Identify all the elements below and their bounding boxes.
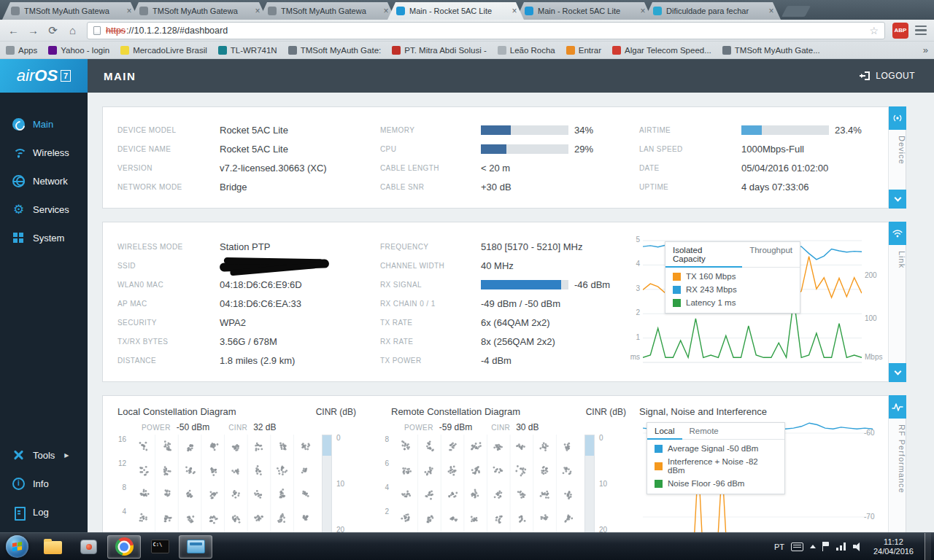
bookmark-item[interactable]: Apps	[6, 46, 37, 55]
field-value: 5180 [5170 - 5210] MHz	[481, 241, 582, 252]
browser-tab[interactable]: TMSoft MyAuth Gatewa ×	[259, 2, 395, 20]
taskbar-app-button[interactable]	[72, 535, 105, 559]
keyboard-icon[interactable]	[791, 542, 803, 551]
progress-fill	[481, 144, 506, 154]
field-label: RX SIGNAL	[380, 281, 481, 289]
remote-constellation-title: Remote Constellation Diagram	[391, 406, 520, 417]
legend-tab[interactable]: Remote	[682, 423, 726, 440]
taskbar-clock[interactable]: 11:12 24/04/2016	[873, 537, 914, 556]
throughput-axis: 200100	[865, 271, 877, 358]
legend-tab[interactable]: Throughput	[742, 242, 800, 268]
start-button[interactable]	[6, 535, 28, 558]
browser-tab[interactable]: TMSoft MyAuth Gatewa ×	[131, 2, 267, 20]
field-label: TX RATE	[380, 319, 481, 327]
field-label: WLAN0 MAC	[117, 281, 220, 289]
browser-menu-button[interactable]	[911, 23, 930, 39]
tab-favicon	[396, 7, 405, 15]
chrome-icon	[115, 537, 134, 556]
field-row: DEVICE NAME Rocket 5AC Lite	[117, 139, 327, 158]
field-row: FREQUENCY 5180 [5170 - 5210] MHz	[380, 237, 610, 256]
taskbar-app-button[interactable]	[36, 535, 69, 559]
device-panel-tab[interactable]	[889, 106, 906, 130]
bookmark-item[interactable]: TMSoft MyAuth Gate:	[288, 46, 382, 55]
rf-panel-tab[interactable]	[889, 395, 906, 419]
show-desktop-button[interactable]	[925, 533, 931, 560]
language-indicator[interactable]: PT	[774, 542, 784, 551]
sidebar-item[interactable]: Services	[0, 195, 88, 224]
bookmark-item[interactable]: PT. Mitra Abdi Solusi -	[392, 46, 486, 55]
field-label: RX RATE	[380, 338, 481, 346]
url-bar[interactable]: https ://10.1.2.128/#dashboard ☆	[87, 22, 885, 39]
reload-button[interactable]: ⟳	[43, 22, 63, 39]
sidebar-item[interactable]: Info	[0, 470, 88, 498]
field-row: WLAN0 MAC 04:18:D6:C6:E9:6D	[117, 275, 335, 294]
app-header: MAIN LOGOUT	[88, 59, 934, 93]
legend-tab[interactable]: Isolated Capacity	[665, 242, 742, 268]
chevron-down-icon	[894, 195, 901, 202]
sidebar-item[interactable]: Wireless	[0, 139, 88, 167]
link-panel-label: Link	[889, 251, 906, 375]
field-row: CABLE SNR +30 dB	[380, 177, 593, 196]
signal-chart-title: Signal, Noise and Interference	[639, 406, 767, 417]
browser-tab[interactable]: Main - Rocket 5AC Lite ×	[387, 2, 524, 20]
bookmarks-overflow-chevron[interactable]: »	[923, 44, 928, 55]
taskbar-app-button[interactable]	[143, 535, 177, 559]
logout-button[interactable]: LOGOUT	[860, 71, 915, 81]
action-center-flag-icon[interactable]	[822, 542, 830, 551]
field-row: RX SIGNAL -46 dBm	[380, 275, 610, 294]
bookmark-star-icon[interactable]: ☆	[869, 25, 879, 36]
taskbar-app-button[interactable]	[107, 535, 141, 559]
browser-tab[interactable]: Dificuldade para fechar ×	[644, 2, 781, 20]
sidebar-item[interactable]: Log	[0, 498, 88, 526]
bookmark-label: Yahoo - login	[61, 46, 109, 55]
bookmark-label: TL-WR741N	[231, 46, 277, 55]
bookmark-item[interactable]: MercadoLivre Brasil	[120, 46, 207, 55]
field-value: Bridge	[220, 182, 247, 192]
legend-label: RX 243 Mbps	[686, 285, 737, 294]
tab-close-icon[interactable]: ×	[252, 6, 263, 16]
home-button[interactable]: ⌂	[63, 22, 82, 39]
bookmark-item[interactable]: Yahoo - login	[48, 46, 109, 55]
field-row: TX POWER -4 dBm	[380, 351, 610, 370]
bookmark-favicon	[498, 46, 506, 55]
adblock-extension-badge[interactable]: ABP	[892, 23, 908, 39]
back-button[interactable]: ←	[4, 22, 23, 39]
sidebar-item[interactable]: System	[0, 224, 88, 252]
new-tab-button[interactable]	[781, 6, 811, 17]
legend-tab[interactable]: Local	[647, 423, 682, 440]
field-row: SECURITY WPA2	[117, 313, 335, 332]
network-icon[interactable]	[836, 542, 846, 551]
tab-close-icon[interactable]: ×	[509, 6, 520, 16]
field-row: DATE 05/04/2016 01:02:00	[639, 158, 862, 177]
field-value: WPA2	[220, 317, 246, 328]
device-collapse-button[interactable]	[889, 190, 906, 209]
bookmark-item[interactable]: TL-WR741N	[218, 46, 277, 55]
browser-tab[interactable]: TMSoft MyAuth Gatewa ×	[2, 2, 139, 20]
volume-icon[interactable]	[853, 542, 862, 551]
sidebar-item[interactable]: Tools ▶	[0, 441, 88, 470]
sidebar-item[interactable]: Main	[0, 110, 88, 139]
link-collapse-button[interactable]	[889, 363, 906, 382]
browser-tab[interactable]: Main - Rocket 5AC Lite ×	[516, 2, 652, 20]
tab-close-icon[interactable]: ×	[766, 6, 776, 16]
tab-close-icon[interactable]: ×	[381, 6, 391, 16]
field-label: TX/RX BYTES	[117, 338, 220, 346]
taskbar-app-button[interactable]	[179, 535, 212, 559]
link-panel-tab[interactable]	[889, 222, 906, 245]
legend-label: TX 160 Mbps	[686, 272, 736, 281]
sidebar-item[interactable]: Network	[0, 167, 88, 195]
bookmark-item[interactable]: Algar Telecom Speed...	[612, 46, 711, 55]
bookmark-item[interactable]: TMSoft MyAuth Gate...	[722, 46, 820, 55]
field-value: 05/04/2016 01:02:00	[741, 163, 828, 174]
tab-favicon	[139, 7, 148, 15]
field-row: RX CHAIN 0 / 1 -49 dBm / -50 dBm	[380, 294, 610, 313]
local-constellation-stats: POWER -50 dBm CINR 32 dB	[142, 422, 290, 432]
tab-close-icon[interactable]: ×	[124, 6, 134, 16]
bookmark-item[interactable]: Leão Rocha	[498, 46, 555, 55]
field-row: NETWORK MODE Bridge	[117, 177, 327, 196]
bookmark-item[interactable]: Entrar	[566, 46, 601, 55]
tab-close-icon[interactable]: ×	[638, 6, 648, 16]
forward-button[interactable]: →	[23, 22, 43, 39]
hidden-icons-button[interactable]	[810, 545, 816, 548]
sidebar-item-label: Wireless	[33, 147, 69, 158]
